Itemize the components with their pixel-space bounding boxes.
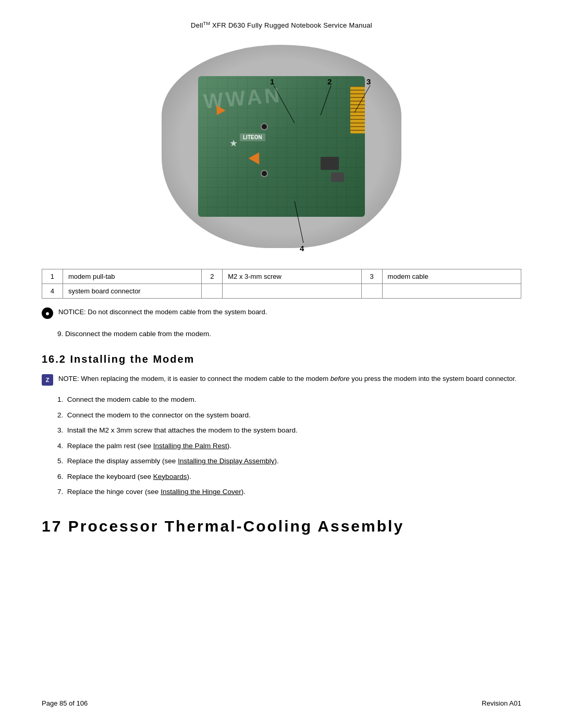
part-num-3: 3 [361, 269, 382, 284]
step-4: 4. Replace the palm rest (see Installing… [57, 440, 521, 452]
diagram-section: WWAN LITEON ★ [42, 40, 521, 258]
callout-1: 1 [270, 77, 274, 86]
step-1: 1. Connect the modem cable to the modem. [57, 394, 521, 405]
callout-2: 2 [327, 77, 332, 86]
callout-svg [162, 40, 401, 258]
section-17-title: 17 Processor Thermal-Cooling Assembly [42, 517, 521, 535]
step-6: 6. Replace the keyboard (see Keyboards). [57, 471, 521, 483]
notice-icon: ● [42, 307, 53, 319]
footer-page: Page 85 of 106 [42, 699, 88, 707]
part-num-4: 4 [42, 284, 63, 299]
note-icon: Z [42, 374, 53, 386]
header-title: DellTM XFR D630 Fully Rugged Notebook Se… [191, 21, 372, 29]
part-label-2: M2 x 3-mm screw [223, 269, 361, 284]
table-row: 4 system board connector [42, 284, 521, 299]
svg-line-2 [354, 85, 370, 113]
svg-line-3 [295, 201, 303, 243]
step-2: 2. Connect the modem to the connector on… [57, 410, 521, 421]
parts-table: 1 modem pull-tab 2 M2 x 3-mm screw 3 mod… [42, 269, 521, 299]
table-row: 1 modem pull-tab 2 M2 x 3-mm screw 3 mod… [42, 269, 521, 284]
part-label-4: system board connector [63, 284, 201, 299]
note-text: NOTE: When replacing the modem, it is ea… [58, 374, 517, 385]
notice-box: ● NOTICE: Do not disconnect the modem ca… [42, 307, 521, 319]
palm-rest-link[interactable]: Installing the Palm Rest [153, 442, 227, 450]
step-9: 9. Disconnect the modem cable from the m… [57, 328, 521, 340]
notice-text: NOTICE: Do not disconnect the modem cabl… [58, 307, 267, 317]
part-num-1: 1 [42, 269, 63, 284]
step-9-text: Disconnect the modem cable from the mode… [65, 330, 211, 338]
part-label-empty-2 [382, 284, 521, 299]
page: DellTM XFR D630 Fully Rugged Notebook Se… [0, 0, 563, 728]
step-9-num: 9. [57, 330, 65, 338]
note-box: Z NOTE: When replacing the modem, it is … [42, 374, 521, 386]
callout-4: 4 [300, 244, 304, 253]
part-label-1: modem pull-tab [63, 269, 201, 284]
callout-3: 3 [366, 77, 371, 86]
hinge-cover-link[interactable]: Installing the Hinge Cover [161, 488, 241, 496]
svg-line-1 [321, 85, 331, 115]
display-assembly-link[interactable]: Installing the Display Assembly [178, 457, 274, 465]
keyboards-link[interactable]: Keyboards [153, 473, 187, 480]
part-num-empty-1 [202, 284, 223, 299]
step-5: 5. Replace the display assembly (see Ins… [57, 455, 521, 467]
part-label-3: modem cable [382, 269, 521, 284]
part-num-2: 2 [202, 269, 223, 284]
diagram-container: WWAN LITEON ★ [162, 40, 401, 258]
svg-line-0 [274, 85, 295, 123]
footer: Page 85 of 106 Revision A01 [42, 684, 521, 707]
step-3: 3. Install the M2 x 3mm screw that attac… [57, 425, 521, 436]
section-162-title: 16.2 Installing the Modem [42, 353, 521, 365]
part-num-empty-2 [361, 284, 382, 299]
footer-revision: Revision A01 [482, 699, 521, 707]
part-label-empty-1 [223, 284, 361, 299]
page-header: DellTM XFR D630 Fully Rugged Notebook Se… [42, 21, 521, 29]
step-7: 7. Replace the hinge cover (see Installi… [57, 486, 521, 498]
